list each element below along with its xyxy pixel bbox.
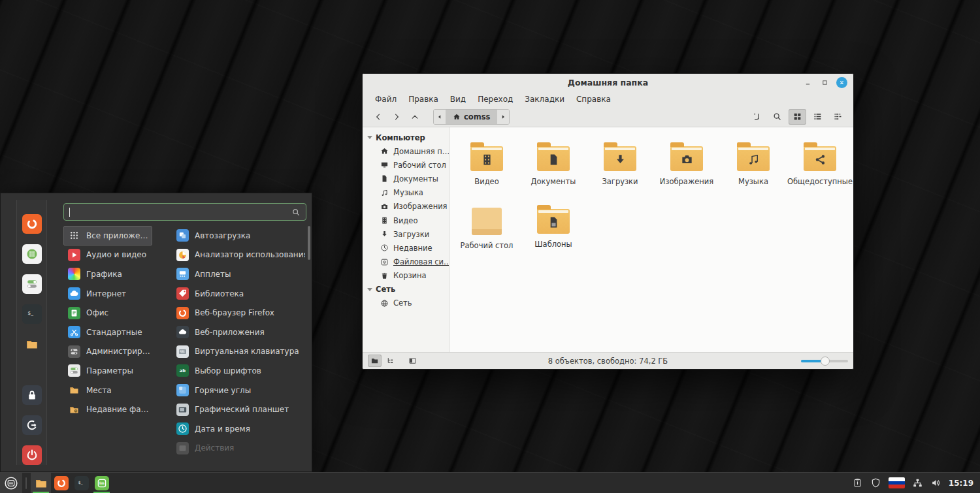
file-item[interactable]: Шаблоны xyxy=(520,203,587,250)
list-view-button[interactable] xyxy=(809,109,826,125)
film-icon xyxy=(380,216,389,225)
sidebar-item-label: Изображения xyxy=(393,202,448,211)
application-item[interactable]: Горячие углы xyxy=(172,381,305,400)
minimize-button[interactable] xyxy=(802,77,813,88)
category-item-label: Стандартные xyxy=(86,328,142,337)
compact-view-button[interactable] xyxy=(829,109,847,125)
sidebar-item[interactable]: Недавние xyxy=(363,241,449,255)
application-item[interactable]: Действия xyxy=(172,439,305,458)
slider-knob[interactable] xyxy=(821,357,830,366)
menubar-item[interactable]: Вид xyxy=(444,95,472,104)
menubar-item[interactable]: Правка xyxy=(402,95,444,104)
menubar-item[interactable]: Справка xyxy=(570,95,617,104)
system-settings-button[interactable] xyxy=(22,274,42,294)
category-item[interactable]: Администрирование xyxy=(63,342,152,362)
category-item[interactable]: Параметры xyxy=(63,361,152,381)
category-item[interactable]: Интернет xyxy=(63,284,152,304)
file-item[interactable]: Музыка xyxy=(720,140,787,186)
taskbar-terminal-button[interactable]: $_ xyxy=(71,473,91,493)
folder-icon xyxy=(470,146,503,171)
path-scroll-left-button[interactable] xyxy=(434,110,446,124)
software-manager-button[interactable] xyxy=(22,244,42,264)
file-item[interactable]: Загрузки xyxy=(587,140,653,186)
collapse-triangle-icon[interactable] xyxy=(367,136,372,139)
file-item[interactable]: Общедоступные xyxy=(787,140,853,186)
logout-button[interactable] xyxy=(22,415,42,435)
folder-icon xyxy=(604,146,636,171)
collapse-triangle-icon[interactable] xyxy=(367,288,372,291)
menubar: ФайлПравкаВидПереходЗакладкиСправка xyxy=(363,91,853,106)
zoom-slider[interactable] xyxy=(801,357,848,366)
application-item[interactable]: Виртуальная клавиатура xyxy=(172,342,305,362)
file-item[interactable]: Изображения xyxy=(653,140,720,186)
path-scroll-right-button[interactable] xyxy=(497,110,509,124)
terminal-button[interactable]: $_ xyxy=(22,304,42,324)
application-item[interactable]: abВыбор шрифтов xyxy=(172,361,305,381)
titlebar[interactable]: Домашняя папка xyxy=(363,74,853,91)
file-item[interactable]: Документы xyxy=(520,140,587,186)
category-item[interactable]: Аудио и видео xyxy=(63,246,152,265)
web-browser-button[interactable] xyxy=(22,214,42,234)
sidebar-section-header[interactable]: Компьютер xyxy=(363,131,449,144)
toggle-location-entry-button[interactable] xyxy=(748,109,766,125)
sidebar-item[interactable]: Файловая си… xyxy=(363,255,449,269)
up-button[interactable] xyxy=(406,109,424,125)
close-button[interactable] xyxy=(836,77,847,88)
clock[interactable]: 15:19 xyxy=(949,479,973,488)
sidebar-item[interactable]: Рабочий стол xyxy=(363,158,449,172)
menu-button[interactable] xyxy=(0,473,22,493)
application-item[interactable]: Веб-приложения xyxy=(172,323,305,342)
application-item[interactable]: Автозагрузка xyxy=(172,226,305,246)
sidebar-item[interactable]: Музыка xyxy=(363,186,449,200)
file-item[interactable]: Рабочий стол xyxy=(453,203,520,250)
file-area[interactable]: ВидеоДокументыЗагрузкиИзображенияМузыкаО… xyxy=(449,127,853,352)
sidebar-item[interactable]: Сеть xyxy=(363,296,449,310)
search-button[interactable] xyxy=(768,109,786,125)
download-icon xyxy=(613,153,627,167)
taskbar-firefox-button[interactable] xyxy=(51,473,71,493)
category-item[interactable]: Недавние файлы xyxy=(63,400,152,419)
forward-button[interactable] xyxy=(387,109,406,125)
tray-network-wired-button[interactable] xyxy=(912,477,923,488)
menu-search-input[interactable] xyxy=(63,203,306,221)
tray-shield-button[interactable] xyxy=(870,477,881,488)
application-item[interactable]: Апплеты xyxy=(172,264,305,284)
sidebar-section-header[interactable]: Сеть xyxy=(363,283,449,296)
path-current-button[interactable]: comss xyxy=(446,110,497,124)
application-item[interactable]: Анализатор использования… xyxy=(172,246,305,265)
application-item[interactable]: Веб-браузер Firefox xyxy=(172,303,305,323)
sidebar-item[interactable]: Загрузки xyxy=(363,227,449,241)
fonts-ab-icon: ab xyxy=(177,365,188,376)
tray-clipboard-button[interactable] xyxy=(852,477,863,488)
file-item[interactable]: Видео xyxy=(453,140,520,186)
category-item[interactable]: Места xyxy=(63,381,152,400)
cloud-icon xyxy=(69,288,80,299)
sidebar-item[interactable]: Документы xyxy=(363,172,449,185)
menu-scrollbar[interactable] xyxy=(308,226,310,260)
tray-volume-button[interactable] xyxy=(930,477,941,488)
category-item[interactable]: Графика xyxy=(63,264,152,284)
menubar-item[interactable]: Переход xyxy=(472,95,519,104)
taskbar-files-button[interactable] xyxy=(31,473,51,493)
category-item[interactable]: Все приложения xyxy=(63,226,152,246)
back-button[interactable] xyxy=(369,109,387,125)
icon-view-button[interactable] xyxy=(789,109,806,125)
maximize-button[interactable] xyxy=(819,77,830,88)
flag-russia-icon[interactable] xyxy=(889,477,905,488)
application-item[interactable]: Библиотека xyxy=(172,284,305,304)
sidebar-item[interactable]: Корзина xyxy=(363,269,449,283)
lock-screen-button[interactable] xyxy=(22,385,42,405)
application-item[interactable]: Графический планшет xyxy=(172,400,305,419)
panel-separator[interactable] xyxy=(25,477,27,489)
menubar-item[interactable]: Закладки xyxy=(519,95,570,104)
files-button[interactable] xyxy=(22,334,42,354)
category-item[interactable]: Стандартные xyxy=(63,323,152,342)
category-item[interactable]: Офис xyxy=(63,303,152,323)
sidebar-item[interactable]: Видео xyxy=(363,214,449,227)
menubar-item[interactable]: Файл xyxy=(369,95,402,104)
sidebar-item[interactable]: Изображения xyxy=(363,200,449,214)
taskbar-mint-app-button[interactable]: lm xyxy=(91,473,112,493)
sidebar-item[interactable]: Домашняя п… xyxy=(363,144,449,158)
application-item[interactable]: Дата и время xyxy=(172,419,305,439)
shutdown-button[interactable] xyxy=(22,445,42,465)
